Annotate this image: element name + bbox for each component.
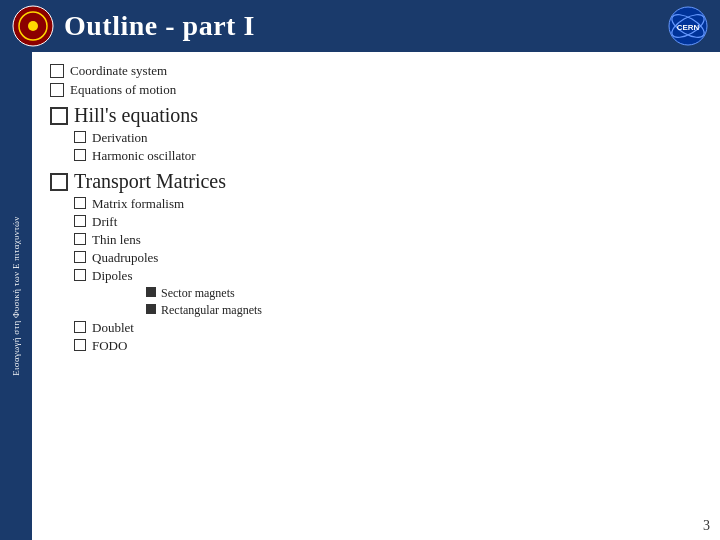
university-logo: ✦ xyxy=(12,5,54,47)
list-item-equations: Equations of motion xyxy=(50,82,702,98)
bullet-icon xyxy=(74,131,86,143)
list-item-coordinate: Coordinate system xyxy=(50,63,702,79)
page-number: 3 xyxy=(703,518,710,534)
list-item-harmonic: Harmonic oscillator xyxy=(74,148,702,164)
item-label: Hill's equations xyxy=(74,104,198,127)
item-label: Drift xyxy=(92,214,117,230)
list-item-hills: Hill's equations xyxy=(50,104,702,127)
page-title: Outline - part I xyxy=(64,10,255,42)
item-label: Harmonic oscillator xyxy=(92,148,196,164)
list-item-transport: Transport Matrices xyxy=(50,170,702,193)
list-item-dipoles: Dipoles xyxy=(74,268,702,284)
item-label: Transport Matrices xyxy=(74,170,226,193)
svg-point-3 xyxy=(28,21,38,31)
bullet-icon xyxy=(74,251,86,263)
sidebar: Εισαγωγή στη Φυσική των Ε πιταχυντών xyxy=(0,52,32,540)
bullet-icon xyxy=(50,83,64,97)
bullet-icon xyxy=(74,215,86,227)
list-item-sector: Sector magnets xyxy=(74,286,702,301)
main-content: Coordinate system Equations of motion Hi… xyxy=(32,52,720,540)
sidebar-label: Εισαγωγή στη Φυσική των Ε πιταχυντών xyxy=(11,216,21,375)
item-label: Rectangular magnets xyxy=(161,303,262,318)
bullet-icon xyxy=(74,197,86,209)
header: ✦ Outline - part I CERN xyxy=(0,0,720,52)
bullet-icon xyxy=(50,173,68,191)
list-item-derivation: Derivation xyxy=(74,130,702,146)
filled-bullet-icon xyxy=(146,287,156,297)
item-label: Sector magnets xyxy=(161,286,235,301)
bullet-icon xyxy=(74,269,86,281)
item-label: Quadrupoles xyxy=(92,250,158,266)
item-label: Doublet xyxy=(92,320,134,336)
list-item-doublet: Doublet xyxy=(74,320,702,336)
item-label: FODO xyxy=(92,338,127,354)
indent-block-hills: Derivation Harmonic oscillator xyxy=(50,130,702,164)
indent-block-transport: Matrix formalism Drift Thin lens Quadrup… xyxy=(50,196,702,354)
item-label: Derivation xyxy=(92,130,148,146)
list-item-fodo: FODO xyxy=(74,338,702,354)
item-label: Coordinate system xyxy=(70,63,167,79)
list-item-rectangular: Rectangular magnets xyxy=(74,303,702,318)
item-label: Thin lens xyxy=(92,232,141,248)
item-label: Equations of motion xyxy=(70,82,176,98)
list-item-thinlens: Thin lens xyxy=(74,232,702,248)
list-item-matrix: Matrix formalism xyxy=(74,196,702,212)
list-item-quadrupoles: Quadrupoles xyxy=(74,250,702,266)
item-label: Matrix formalism xyxy=(92,196,184,212)
list-item-drift: Drift xyxy=(74,214,702,230)
item-label: Dipoles xyxy=(92,268,132,284)
svg-text:CERN: CERN xyxy=(677,23,700,32)
bullet-icon xyxy=(74,149,86,161)
filled-bullet-icon xyxy=(146,304,156,314)
bullet-icon xyxy=(74,233,86,245)
bullet-icon xyxy=(74,339,86,351)
cern-logo: CERN xyxy=(668,6,708,46)
bullet-icon xyxy=(50,107,68,125)
bullet-icon xyxy=(74,321,86,333)
bullet-icon xyxy=(50,64,64,78)
